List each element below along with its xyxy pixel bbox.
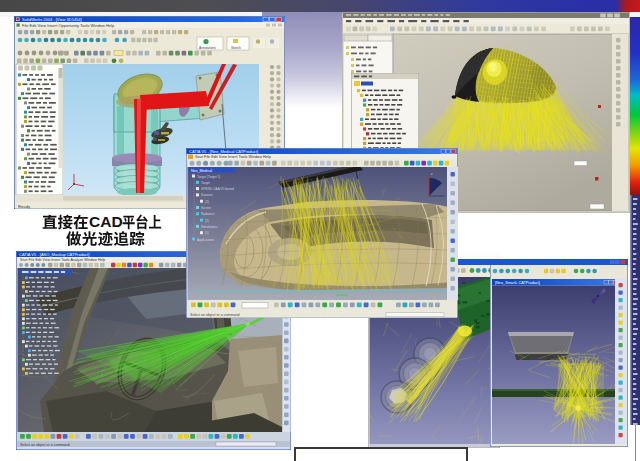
svg-text:CATIA V5 - [ASO_Mockup CATProd: CATIA V5 - [ASO_Mockup CATProduct] — [19, 252, 89, 257]
svg-text:Neo_Medical: Neo_Medical — [191, 169, 212, 173]
svg-text:Target: Target — [201, 181, 210, 185]
svg-text:SolidWorks 2004 - [View 3D1454: SolidWorks 2004 - [View 3D1454] — [22, 17, 82, 22]
svg-text:Applications: Applications — [197, 238, 215, 242]
svg-text:Screen: Screen — [201, 206, 211, 210]
svg-text:GPSSD CAA V5 based: GPSSD CAA V5 based — [201, 187, 234, 191]
svg-text:Start File Edit View Inser: Start File Edit View Insert Tools Analyz… — [20, 258, 105, 262]
svg-text:Radiance: Radiance — [201, 212, 215, 216]
svg-text:Sources: Sources — [201, 193, 213, 197]
svg-text:Sketch: Sketch — [231, 46, 241, 50]
svg-text:(1): (1) — [205, 231, 209, 235]
svg-text:Annotations: Annotations — [199, 46, 216, 50]
svg-text:Simulations: Simulations — [201, 225, 218, 229]
svg-text:(2): (2) — [205, 200, 209, 204]
svg-text:CAD: CAD — [89, 213, 123, 230]
svg-text:Select an object or a command: Select an object or a command — [190, 313, 240, 317]
svg-text:Ready: Ready — [18, 204, 31, 209]
svg-text:Start File Edit View I: Start File Edit View Insert Tools Window… — [195, 155, 271, 159]
svg-text:CATIA V5 - [Neo_Medical CATPro: CATIA V5 - [Neo_Medical CATProduct] — [189, 149, 258, 154]
svg-text:(2): (2) — [205, 219, 209, 223]
svg-text:[Neo_SmartL.CATProduct]: [Neo_SmartL.CATProduct] — [495, 281, 540, 285]
svg-text:Select an object or a command: Select an object or a command — [20, 443, 70, 447]
svg-text:File Edit View Insert Opportun: File Edit View Insert Opportunity Tools … — [22, 23, 115, 28]
svg-text:Target (Target 1): Target (Target 1) — [197, 175, 220, 179]
